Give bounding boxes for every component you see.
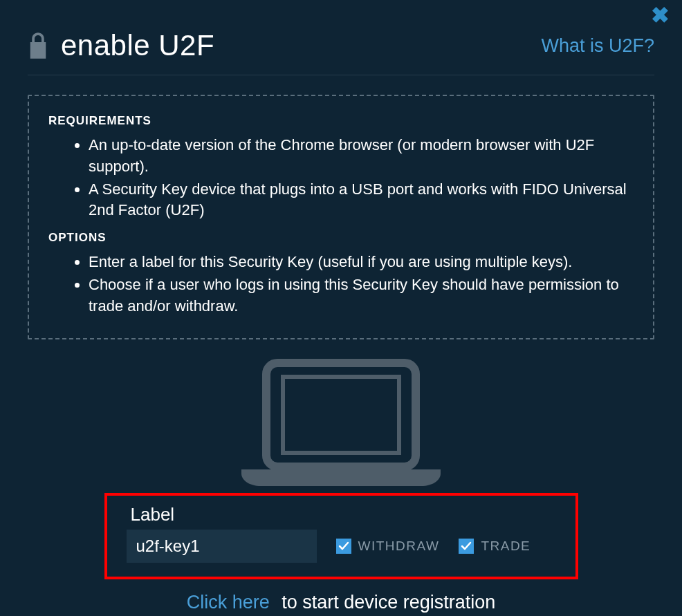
header-left: enable U2F: [28, 29, 214, 62]
list-item: Enter a label for this Security Key (use…: [89, 252, 634, 273]
withdraw-label: WITHDRAW: [358, 539, 440, 554]
page-title: enable U2F: [61, 29, 214, 62]
withdraw-checkbox[interactable]: [336, 539, 351, 554]
list-item: Choose if a user who logs in using this …: [89, 274, 634, 317]
start-registration-link[interactable]: Click here: [187, 592, 270, 613]
withdraw-option: WITHDRAW: [336, 539, 440, 554]
options-heading: OPTIONS: [48, 231, 634, 245]
lock-icon: [28, 32, 48, 59]
options-list: Enter a label for this Security Key (use…: [48, 252, 634, 317]
trade-checkbox[interactable]: [459, 539, 474, 554]
list-item: An up-to-date version of the Chrome brow…: [89, 135, 634, 178]
svg-rect-1: [283, 377, 399, 453]
requirements-list: An up-to-date version of the Chrome brow…: [48, 135, 634, 221]
help-link[interactable]: What is U2F?: [541, 35, 654, 57]
trade-label: TRADE: [481, 539, 531, 554]
cta-row: Click here to start device registration: [28, 592, 654, 613]
info-box: REQUIREMENTS An up-to-date version of th…: [28, 95, 654, 339]
form-highlight-box: Label WITHDRAW TRADE: [104, 493, 578, 579]
list-item: A Security Key device that plugs into a …: [89, 179, 634, 222]
label-input[interactable]: [127, 530, 317, 563]
laptop-icon: [237, 359, 445, 490]
trade-option: TRADE: [459, 539, 531, 554]
cta-text: to start device registration: [282, 592, 495, 613]
laptop-illustration: [28, 359, 654, 490]
modal-header: enable U2F What is U2F?: [28, 0, 654, 75]
label-heading: Label: [131, 504, 556, 525]
requirements-heading: REQUIREMENTS: [48, 114, 634, 128]
close-icon[interactable]: ✖: [651, 4, 670, 26]
form-row: WITHDRAW TRADE: [127, 530, 556, 563]
u2f-modal: ✖ enable U2F What is U2F? REQUIREMENTS A…: [0, 0, 682, 616]
